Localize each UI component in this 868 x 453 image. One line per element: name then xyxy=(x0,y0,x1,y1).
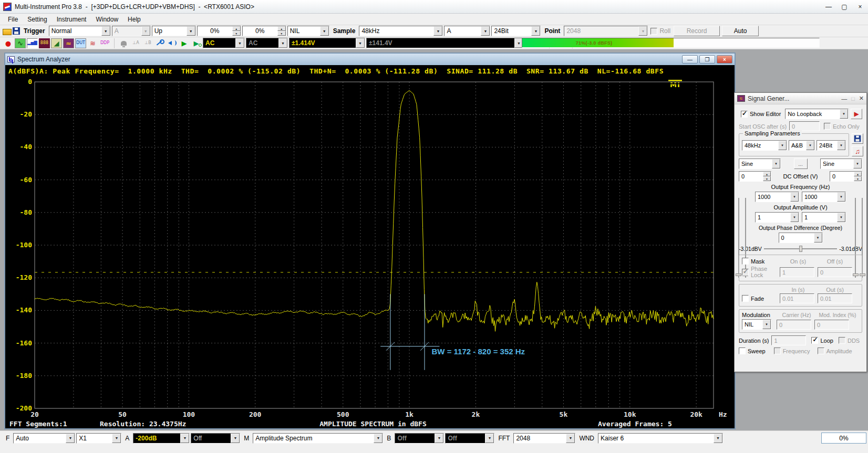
sg-run-button[interactable]: ▶ xyxy=(851,109,862,119)
sa-close-button[interactable]: × xyxy=(717,55,732,64)
window-function-select[interactable]: Kaiser 6▼ xyxy=(598,433,723,444)
output-frequency-a-select[interactable]: 1000▼ xyxy=(755,192,799,202)
mod-index-input: 0 xyxy=(814,320,849,330)
trigger-edge-select[interactable]: Up▼ xyxy=(152,26,196,36)
sg-channels-select[interactable]: A&B▼ xyxy=(789,140,815,151)
menu-file[interactable]: File xyxy=(3,15,23,24)
svg-text:FFT Segments:1: FFT Segments:1 xyxy=(9,420,67,428)
frequency-range-select[interactable]: Auto▼ xyxy=(13,433,75,444)
run-icon[interactable]: ▶ xyxy=(179,38,190,48)
a-range-select[interactable]: -200dB▼ xyxy=(133,433,190,444)
hpf-select[interactable]: NIL▼ xyxy=(287,26,329,36)
open-file-icon[interactable] xyxy=(3,29,12,35)
run-single-icon[interactable]: ▶ xyxy=(191,38,202,48)
svg-text:5k: 5k xyxy=(560,410,568,418)
waveform-a-select[interactable]: Sine▼ xyxy=(739,159,781,169)
svg-text:MI: MI xyxy=(670,81,680,89)
range-b-select: ±141.4V▼ xyxy=(366,38,524,48)
maximize-button[interactable]: ▢ xyxy=(836,0,852,13)
modulation-type-select[interactable]: NIL▼ xyxy=(742,319,771,330)
close-button[interactable]: × xyxy=(852,0,868,13)
trigger-delay-stepper[interactable]: 0%▲▼ xyxy=(242,26,286,36)
minimize-button[interactable]: — xyxy=(821,0,836,13)
sample-rate-select[interactable]: 48kHz▼ xyxy=(359,26,443,36)
dc-offset-a-stepper[interactable]: 0▲▼ xyxy=(739,171,771,182)
sg-minimize-button[interactable]: — xyxy=(841,96,847,102)
dc-offset-label: DC Offset (V) xyxy=(783,173,818,180)
spectrum-analyzer-window-icon xyxy=(7,56,15,62)
b-mode-select: Off▼ xyxy=(445,433,494,444)
ddp-viewer-icon[interactable]: DDP xyxy=(99,38,110,48)
derived-data-curve-icon[interactable]: ≋ xyxy=(87,38,98,48)
app-titlebar[interactable]: Multi-Instrument Pro 3.8 - [+3DP+DLG+LCR… xyxy=(0,0,868,14)
svg-text:200: 200 xyxy=(249,410,262,418)
bit-depth-select[interactable]: 24Bit▼ xyxy=(491,26,541,36)
frequency-multiplier-select[interactable]: X1▼ xyxy=(76,433,121,444)
show-editor-checkbox[interactable]: Show Editor xyxy=(741,111,781,118)
a-mode-select[interactable]: Off▼ xyxy=(191,433,240,444)
coupling-a-select[interactable]: AC▼ xyxy=(203,38,245,48)
sg-close-button[interactable]: ✕ xyxy=(859,95,864,102)
sa-restore-button[interactable]: ❐ xyxy=(699,55,715,64)
roll-checkbox: Roll xyxy=(650,27,670,35)
signal-generator-icon[interactable]: ≈ xyxy=(63,38,74,48)
sa-minimize-button[interactable]: — xyxy=(682,55,698,64)
output-amplitude-b-select[interactable]: 1▼ xyxy=(802,212,846,223)
menu-window[interactable]: Window xyxy=(91,15,123,24)
auto-button[interactable]: Auto xyxy=(722,26,759,36)
mask-off-label: Off (s) xyxy=(817,258,853,265)
balance-slider[interactable] xyxy=(764,245,837,252)
output-frequency-b-select[interactable]: 1000▼ xyxy=(802,192,846,202)
dc-offset-b-stepper[interactable]: 0▲▼ xyxy=(830,171,862,182)
svg-text:-180: -180 xyxy=(16,372,32,380)
view-mode-select[interactable]: Amplitude Spectrum▼ xyxy=(253,433,383,444)
menu-instrument[interactable]: Instrument xyxy=(52,15,91,24)
multimeter-icon[interactable]: 888 xyxy=(39,38,50,48)
device-test-plan-icon[interactable]: DUT xyxy=(75,38,86,48)
waveform-more-button[interactable]: ... xyxy=(794,159,808,169)
sg-bits-select[interactable]: 24Bit▼ xyxy=(817,140,846,151)
mask-group: Mask On (s) Off (s) Phase Lock 1 0 xyxy=(739,255,862,281)
loop-checkbox[interactable]: Loop xyxy=(811,337,833,344)
sg-save-button[interactable] xyxy=(852,133,863,144)
spectrum-plot-area[interactable]: 20501002005001k2k5k10k20kHz0-20-40-60-80… xyxy=(5,77,733,428)
spectrum-analyzer-icon[interactable]: ▂▅▇ xyxy=(27,38,38,48)
pan-a-icon: ⊥A xyxy=(130,38,141,48)
loopback-select[interactable]: No Loopback▼ xyxy=(785,109,849,119)
sample-channel-select[interactable]: A▼ xyxy=(444,26,490,36)
waveform-b-select[interactable]: Sine▼ xyxy=(820,159,862,169)
speaker-icon[interactable] xyxy=(167,38,178,48)
sg-music-library-button[interactable]: ♫ xyxy=(852,146,863,156)
signal-generator-titlebar[interactable]: ≈ Signal Gener... — □ ✕ xyxy=(735,93,866,104)
save-file-icon[interactable] xyxy=(13,27,20,35)
point-count-select: 2048▼ xyxy=(564,26,648,36)
output-amplitude-a-select[interactable]: 1▼ xyxy=(755,212,799,223)
svg-text:-200: -200 xyxy=(16,404,32,412)
svg-text:500: 500 xyxy=(337,410,349,418)
record-icon[interactable]: ● xyxy=(3,38,14,48)
svg-text:-40: -40 xyxy=(20,143,33,151)
trigger-mode-select[interactable]: Normal▼ xyxy=(49,26,111,36)
mask-checkbox[interactable]: Mask xyxy=(742,258,780,265)
spectrum-analyzer-titlebar[interactable]: Spectrum Analyzer — ❐ × xyxy=(5,54,735,65)
spectrum-3d-plot-icon[interactable]: ◢ xyxy=(51,38,62,48)
probe-calibration-icon[interactable] xyxy=(154,38,166,48)
signal-generator-window: ≈ Signal Gener... — □ ✕ Show Editor No L… xyxy=(734,92,867,372)
menu-setting[interactable]: Setting xyxy=(23,15,51,24)
trigger-level-stepper[interactable]: 0%▲▼ xyxy=(197,26,241,36)
range-a-select[interactable]: ±1.414V▼ xyxy=(289,38,365,48)
fft-size-select[interactable]: 2048▼ xyxy=(513,433,575,444)
output-phase-select[interactable]: 0▼ xyxy=(779,233,823,243)
sampling-parameters-group: Sampling Parameters 48kHz▼ A&B▼ 24Bit▼ xyxy=(739,133,849,156)
sg-sample-rate-select[interactable]: 48kHz▼ xyxy=(742,140,787,151)
fade-in-input: 0.01 xyxy=(780,293,814,303)
sg-play-icon: ▶ xyxy=(854,110,859,118)
oscilloscope-icon[interactable]: ∿ xyxy=(15,38,26,48)
svg-text:AMPLITUDE SPECTRUM in dBFS: AMPLITUDE SPECTRUM in dBFS xyxy=(319,420,427,428)
svg-text:2k: 2k xyxy=(472,410,480,418)
sweep-checkbox[interactable]: Sweep xyxy=(739,347,766,354)
fade-checkbox[interactable]: Fade xyxy=(742,295,780,302)
measurement-status-line: A(dBFS)A: Peak Frequency= 1.0000 kHz THD… xyxy=(5,65,735,77)
svg-text:Hz: Hz xyxy=(719,410,727,418)
menu-help[interactable]: Help xyxy=(123,15,146,24)
